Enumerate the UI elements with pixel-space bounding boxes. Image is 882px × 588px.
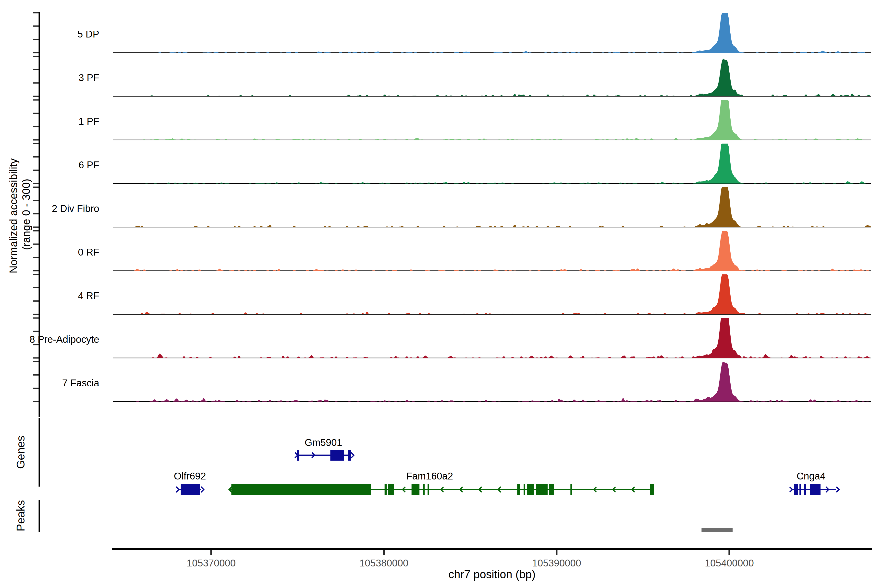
track-label: 1 PF: [79, 116, 99, 127]
gene-exon: [810, 484, 820, 495]
gene-model-olfr692: [176, 484, 204, 495]
track-label: 2 Div Fibro: [52, 203, 99, 214]
gene-exon: [527, 484, 534, 495]
strand-arrow-icon: [836, 487, 839, 492]
gene-model-gm5901: [295, 450, 354, 460]
gene-exon: [181, 484, 200, 495]
coverage-layer: [113, 13, 871, 402]
gene-exon: [412, 484, 420, 495]
genes-layer: [176, 450, 839, 495]
coverage-area-3-pf: [113, 59, 871, 96]
gene-exon: [385, 484, 387, 495]
x-axis-tick-label: 105380000: [359, 558, 408, 568]
gene-exon: [570, 484, 572, 495]
gene-exon: [348, 450, 351, 460]
gene-exon: [231, 484, 370, 495]
gene-exon: [800, 484, 801, 495]
gene-exon: [524, 484, 525, 495]
coverage-area-4-rf: [113, 274, 871, 314]
strand-arrow-icon: [201, 487, 204, 492]
strand-arrow-icon: [790, 487, 792, 492]
strand-arrow-icon: [176, 487, 179, 492]
track-label: 5 DP: [77, 28, 99, 39]
peaks-section-label: Peaks: [14, 500, 27, 531]
gene-exon: [330, 450, 344, 460]
gene-exon: [794, 484, 798, 495]
gene-exon: [549, 484, 554, 495]
peaks-layer: [701, 528, 732, 532]
genome-browser-figure: 5 DP3 PF1 PF6 PF2 Div Fibro0 RF4 RF8 Pre…: [0, 0, 882, 588]
y-axis-title-line2: (range 0 - 300): [20, 178, 32, 250]
track-label: 8 Pre-Adipocyte: [29, 334, 99, 345]
gene-label: Fam160a2: [406, 471, 453, 482]
gene-exon: [650, 484, 654, 495]
gene-model-fam160a2: [229, 484, 654, 495]
x-axis-title: chr7 position (bp): [448, 568, 536, 580]
coverage-area-5-dp: [113, 13, 871, 52]
coverage-area-8-pre-adipocyte: [113, 318, 871, 358]
gene-model-cnga4: [790, 484, 839, 495]
gene-exon: [423, 484, 424, 495]
coverage-area-7-fascia: [113, 362, 871, 402]
gene-label: Gm5901: [304, 437, 342, 448]
track-label: 4 RF: [78, 290, 99, 301]
gene-exon: [388, 484, 394, 495]
y-axis-title: Normalized accessibility (range 0 - 300): [8, 155, 32, 273]
x-axis-tick-label: 105370000: [187, 558, 236, 568]
x-axis-tick-label: 105400000: [705, 558, 754, 568]
text-layer: 5 DP3 PF1 PF6 PF2 Div Fibro0 RF4 RF8 Pre…: [29, 28, 825, 568]
gene-label: Olfr692: [174, 471, 206, 482]
strand-arrow-icon: [351, 453, 354, 458]
track-label: 7 Fascia: [62, 378, 99, 388]
track-label: 3 PF: [79, 72, 99, 83]
gene-exon: [804, 484, 806, 495]
coverage-area-0-rf: [113, 231, 871, 271]
track-label: 0 RF: [78, 247, 99, 258]
coverage-area-1-pf: [113, 100, 871, 140]
coverage-area-2-div-fibro: [113, 187, 871, 227]
peak-interval-bar: [701, 528, 732, 532]
genes-section-label: Genes: [14, 436, 27, 469]
gene-exon: [517, 484, 520, 495]
x-axis-tick-label: 105390000: [532, 558, 581, 568]
gene-exon: [536, 484, 548, 495]
gene-exon: [428, 484, 429, 495]
gene-label: Cnga4: [796, 471, 825, 482]
track-label: 6 PF: [79, 159, 99, 170]
coverage-area-6-pf: [113, 144, 871, 183]
y-axis-title-line1: Normalized accessibility: [8, 158, 20, 273]
